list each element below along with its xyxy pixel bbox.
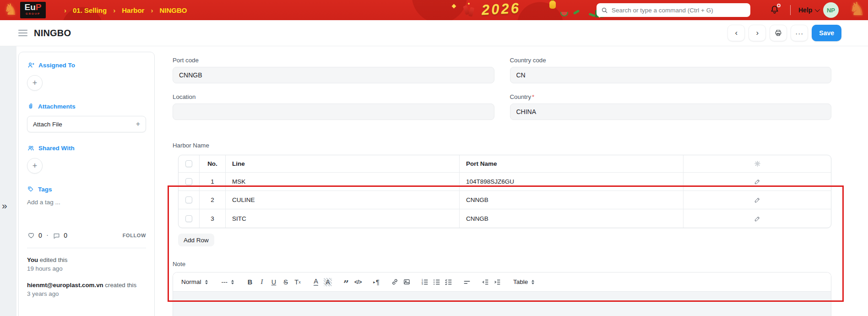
gear-icon[interactable] [754, 160, 761, 168]
blockquote-button[interactable]: ” [340, 276, 352, 289]
port-name-cell[interactable]: CNNGB [460, 191, 684, 209]
country-code-field-wrap: Country code [510, 57, 832, 83]
app-logo[interactable]: EuP GROUP [20, 2, 46, 18]
comment-icon[interactable] [53, 232, 60, 240]
text-direction-button[interactable]: ▸¶ [370, 276, 382, 289]
line-cell[interactable]: MSK [226, 173, 460, 191]
assigned-to-label: Assigned To [38, 62, 75, 69]
select-caret-icon [532, 280, 534, 284]
add-share-button[interactable]: + [27, 158, 43, 174]
bullet-list-button[interactable] [431, 276, 443, 289]
check-list-button[interactable] [443, 276, 455, 289]
two-users-icon [27, 144, 35, 152]
global-search[interactable] [597, 3, 750, 17]
assigned-to-section[interactable]: Assigned To [27, 61, 146, 69]
country-code-input[interactable] [510, 67, 832, 83]
print-button[interactable] [770, 25, 787, 41]
chevron-down-icon [815, 7, 820, 12]
highlight-color-button[interactable]: A [324, 278, 332, 286]
header-actions: ‹ › ··· Save [727, 25, 841, 41]
country-label: Country* [510, 93, 832, 100]
code-button[interactable]: </> [352, 276, 364, 289]
pencil-icon[interactable] [754, 196, 761, 203]
sidebar-expand-toggle[interactable]: » [2, 200, 7, 211]
user-avatar[interactable]: NP [823, 2, 839, 18]
clear-format-button[interactable]: Tx [292, 276, 304, 289]
next-document-button[interactable]: › [749, 25, 766, 41]
help-menu[interactable]: Help [798, 0, 819, 20]
align-button[interactable] [461, 276, 473, 289]
prev-document-button[interactable]: ‹ [727, 25, 745, 41]
row-checkbox[interactable] [185, 196, 192, 203]
row-number-cell[interactable]: 1 [200, 173, 226, 191]
indent-button[interactable] [491, 276, 503, 289]
notifications-button[interactable] [769, 4, 781, 16]
breadcrumb-item-ningbo[interactable]: NINGBO [159, 6, 187, 14]
row-number-cell[interactable]: 2 [200, 191, 226, 209]
page-title: NINGBO [34, 28, 71, 38]
breadcrumb-item-selling[interactable]: 01. Selling [73, 6, 107, 14]
separator-select[interactable]: --- [218, 278, 238, 285]
row-number-cell[interactable]: 3 [200, 209, 226, 228]
add-tag-input[interactable]: Add a tag ... [27, 199, 146, 206]
outdent-button[interactable] [479, 276, 491, 289]
attach-file-button[interactable]: Attach File + [27, 116, 146, 132]
note-label: Note [173, 261, 831, 267]
bold-button[interactable]: B [244, 276, 256, 289]
strikethrough-button[interactable]: S [280, 276, 292, 289]
italic-button[interactable]: I [256, 276, 268, 289]
activity-created: hienmt@europlast.com.vn created this 3 y… [27, 281, 146, 299]
row-checkbox[interactable] [185, 215, 192, 222]
grid-header-row: No. Line Port Name [179, 155, 831, 173]
pencil-icon[interactable] [754, 178, 761, 185]
content-area: » Assigned To + Attachments Attach File … [0, 46, 868, 316]
shared-with-section[interactable]: Shared With [27, 144, 146, 152]
add-row-button[interactable]: Add Row [178, 234, 214, 246]
save-button[interactable]: Save [812, 25, 841, 41]
table-insert-select[interactable]: Table [510, 278, 538, 285]
country-field-wrap: Country* [510, 93, 832, 120]
attachments-section[interactable]: Attachments [27, 103, 146, 110]
tags-label: Tags [38, 186, 52, 193]
more-options-button[interactable]: ··· [791, 25, 808, 41]
likes-count: 0 [38, 232, 42, 239]
note-editor-body[interactable] [173, 292, 831, 316]
bullet-list-icon [433, 278, 441, 286]
shared-with-label: Shared With [38, 145, 75, 152]
breadcrumb-item-harbor[interactable]: Harbor [122, 6, 144, 14]
firecracker-decoration [463, 2, 475, 18]
port-name-cell[interactable]: 104T898SJZ6GU [460, 173, 684, 191]
underline-button[interactable]: U [268, 276, 280, 289]
insert-image-button[interactable] [401, 276, 412, 289]
row-checkbox[interactable] [185, 178, 192, 185]
image-icon [403, 278, 411, 286]
text-color-button[interactable]: A [314, 278, 318, 286]
line-cell[interactable]: CULINE [226, 191, 460, 209]
harbor-name-section-label: Harbor Name [173, 142, 831, 149]
port-code-label: Port code [173, 57, 494, 64]
tags-section[interactable]: Tags [27, 185, 146, 193]
port-code-input[interactable] [173, 67, 494, 83]
pencil-icon[interactable] [754, 215, 761, 222]
ordered-list-button[interactable]: 123 [419, 276, 431, 289]
menu-icon[interactable] [18, 30, 27, 36]
horse-decoration-right: ♞ [849, 0, 865, 19]
location-input[interactable] [173, 104, 494, 120]
country-input[interactable] [510, 104, 832, 120]
search-input[interactable] [612, 7, 746, 14]
editor-toolbar: Normal --- B I U S Tx [173, 272, 831, 292]
svg-text:3: 3 [422, 283, 423, 285]
attach-file-label: Attach File [33, 121, 62, 128]
line-cell[interactable]: SITC [226, 209, 460, 228]
heart-icon[interactable] [27, 231, 35, 240]
main-form: Port code Country code Location Country*… [173, 46, 831, 316]
outdent-icon [481, 278, 489, 286]
follow-button[interactable]: FOLLOW [123, 233, 146, 238]
port-name-cell[interactable]: CNNGB [460, 209, 684, 228]
chevron-right-icon [113, 6, 115, 14]
add-assignment-button[interactable]: + [27, 75, 43, 91]
country-code-label: Country code [510, 57, 832, 64]
paragraph-style-select[interactable]: Normal [178, 278, 212, 285]
select-all-checkbox[interactable] [185, 160, 192, 167]
insert-link-button[interactable] [389, 276, 401, 289]
